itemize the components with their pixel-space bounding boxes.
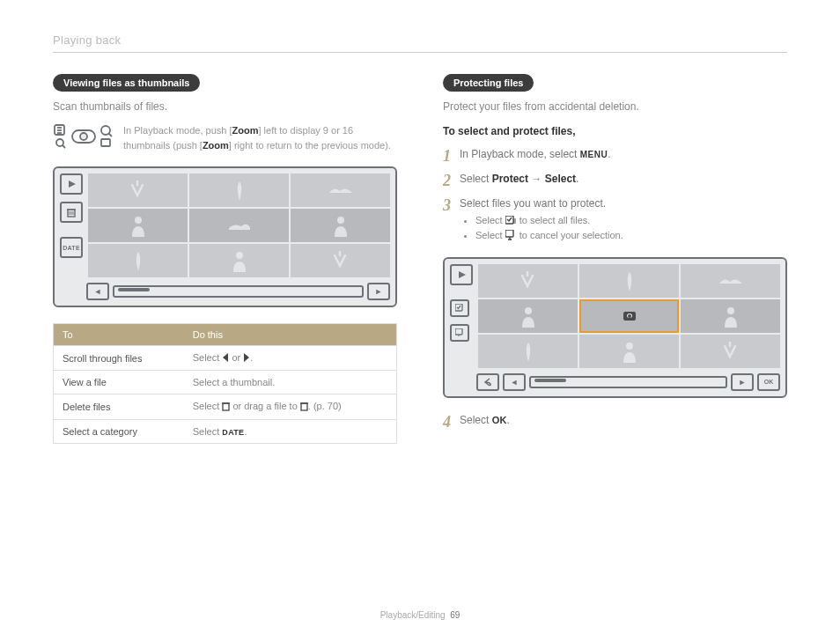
pill-protecting: Protecting files: [443, 74, 534, 92]
thumb: [88, 173, 188, 207]
txt: .: [576, 173, 578, 185]
ok-icon: OK: [492, 415, 507, 425]
steps-list: 1In Playback mode, select MENU. 2Select …: [443, 148, 787, 245]
back-button: [476, 373, 499, 391]
thumbnail-grid: [88, 173, 390, 277]
step-text: Select files you want to protect. Select…: [460, 197, 623, 245]
cell: Select or .: [184, 346, 397, 371]
pill-viewing: Viewing files as thumbnails: [53, 74, 200, 92]
actions-table: To Do this Scroll through files Select o…: [53, 323, 397, 444]
txt: .: [507, 414, 510, 426]
txt: Select: [193, 401, 223, 411]
thumb: [189, 209, 289, 242]
next-button: ►: [731, 373, 754, 391]
step-4: 4Select OK.: [443, 414, 787, 430]
thumb: [478, 264, 578, 298]
screen1-sidebar: DATE: [60, 173, 83, 258]
txt: to select all files.: [517, 215, 591, 225]
scrollbar: [529, 376, 727, 388]
zoom-word: Zoom: [232, 125, 259, 136]
txt: .: [608, 148, 610, 160]
protect-screen: ◄ ► OK: [443, 257, 787, 398]
step3-bullets: Select to select all files. Select to ca…: [475, 215, 623, 242]
zoom-text: In Playback mode, push [Zoom] left to di…: [123, 123, 397, 152]
cell: Select a category: [54, 419, 184, 443]
svg-marker-20: [223, 353, 228, 362]
svg-marker-11: [69, 181, 76, 188]
txt: . (p. 70): [308, 401, 342, 411]
thumb: [681, 299, 780, 333]
zoom-instruction: In Playback mode, push [Zoom] left to di…: [53, 123, 397, 152]
zoom-word: Zoom: [203, 140, 229, 151]
bullet: Select to select all files.: [475, 215, 623, 227]
lead-protecting: Protect your files from accidental delet…: [443, 100, 787, 113]
step-number: 3: [443, 197, 451, 213]
page-number: 69: [450, 610, 460, 620]
page: Playing back Viewing files as thumbnails…: [0, 0, 840, 634]
thumb: [189, 244, 289, 277]
bold: Select: [545, 173, 576, 185]
deselect-icon: [505, 230, 517, 242]
trash-icon: [222, 402, 230, 413]
thumb: [88, 244, 188, 277]
svg-rect-10: [101, 139, 110, 146]
svg-point-8: [56, 139, 63, 146]
svg-point-36: [727, 307, 734, 314]
scroll-thumb: [118, 288, 150, 291]
svg-rect-24: [301, 403, 307, 410]
txt: Select: [460, 414, 492, 426]
txt: Select: [475, 215, 505, 225]
screen2-sidebar: [450, 264, 473, 342]
table-row: View a file Select a thumbnail.: [54, 371, 397, 394]
step-1: 1In Playback mode, select MENU.: [443, 148, 787, 164]
th-do: Do this: [184, 324, 397, 346]
step-number: 1: [443, 148, 451, 164]
lead-viewing: Scan thumbnails of files.: [53, 100, 397, 113]
next-button: ►: [367, 283, 390, 300]
play-icon: [60, 173, 83, 195]
txt: or: [229, 352, 243, 363]
txt: to cancel your selection.: [517, 230, 623, 240]
thumb-selected: [579, 299, 679, 333]
step-3: 3Select files you want to protect. Selec…: [443, 197, 787, 245]
svg-point-37: [626, 343, 633, 350]
txt: In Playback mode, push [: [123, 125, 232, 136]
thumb: [478, 335, 578, 368]
trash-icon: [60, 202, 83, 223]
thumb: [291, 244, 390, 277]
step-text: Select OK.: [460, 414, 510, 426]
table-row: Delete files Select or drag a file to . …: [54, 394, 397, 420]
scrollbar: [113, 285, 364, 298]
breadcrumb: Playing back: [53, 33, 787, 53]
txt: ] right to return to the previous mode).: [229, 140, 391, 151]
play-icon: [450, 264, 473, 285]
svg-point-17: [135, 217, 142, 224]
svg-point-35: [525, 307, 532, 314]
date-button: DATE: [60, 237, 83, 258]
thumbnail-screen: DATE ◄: [53, 166, 397, 307]
svg-point-18: [337, 217, 344, 224]
thumb: [88, 209, 188, 242]
bullet: Select to cancel your selection.: [475, 230, 623, 242]
thumb: [291, 209, 390, 242]
zoom-lever-icon: [53, 123, 114, 150]
trash-icon: [300, 402, 308, 413]
svg-rect-30: [505, 230, 513, 237]
txt: .: [244, 426, 247, 437]
step-number: 2: [443, 173, 451, 188]
cell: Select a thumbnail.: [184, 371, 397, 394]
nav-row: ◄ ►: [86, 283, 390, 300]
thumb: [478, 299, 578, 333]
thumb: [189, 173, 289, 207]
columns: Viewing files as thumbnails Scan thumbna…: [53, 74, 787, 444]
svg-rect-22: [223, 403, 229, 410]
steps-list-2: 4Select OK.: [443, 414, 787, 430]
subheading: To select and protect files,: [443, 125, 787, 137]
thumb: [681, 335, 780, 368]
col-right: Protecting files Protect your files from…: [443, 74, 787, 444]
cell: Select DATE.: [184, 419, 397, 443]
page-footer: Playback/Editing 69: [0, 610, 840, 620]
txt: .: [250, 352, 253, 363]
th-to: To: [54, 324, 184, 346]
thumb: [681, 264, 780, 298]
